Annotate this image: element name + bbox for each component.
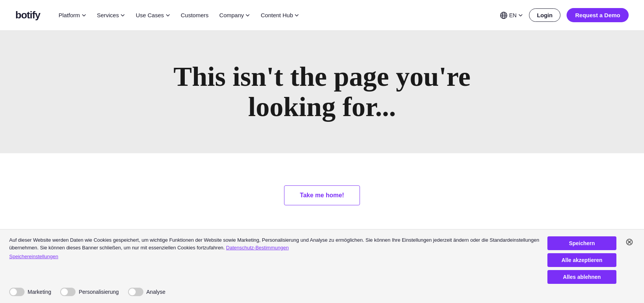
request-demo-button[interactable]: Request a Demo bbox=[567, 8, 629, 22]
header: botify Platform Services Use Cases bbox=[0, 0, 644, 31]
cookie-privacy-link[interactable]: Datenschutz-Bestimmungen bbox=[226, 245, 289, 251]
main-nav: Platform Services Use Cases Customers bbox=[54, 9, 304, 21]
marketing-toggle[interactable] bbox=[9, 288, 25, 296]
analyse-toggle-label: Analyse bbox=[146, 289, 166, 295]
login-button[interactable]: Login bbox=[529, 8, 561, 22]
cookie-accept-all-button[interactable]: Alle akzeptieren bbox=[547, 253, 616, 267]
cookie-banner: Auf dieser Website werden Daten wie Cook… bbox=[0, 229, 644, 303]
personalisierung-toggle[interactable] bbox=[60, 288, 76, 296]
cookie-description: Auf dieser Website werden Daten wie Cook… bbox=[9, 236, 540, 251]
nav-item-use-cases[interactable]: Use Cases bbox=[131, 9, 174, 21]
globe-icon bbox=[500, 11, 508, 19]
toggle-group-marketing: Marketing bbox=[9, 288, 51, 296]
cookie-text-block: Auf dieser Website werden Daten wie Cook… bbox=[9, 236, 540, 260]
personalisierung-toggle-label: Personalisierung bbox=[79, 289, 118, 295]
hero-title: This isn't the page you're looking for..… bbox=[169, 62, 475, 122]
take-me-home-button[interactable]: Take me home! bbox=[284, 185, 360, 205]
marketing-toggle-label: Marketing bbox=[28, 289, 51, 295]
header-right: EN Login Request a Demo bbox=[500, 8, 629, 22]
language-selector[interactable]: EN bbox=[500, 11, 522, 19]
cookie-toggles: Marketing Personalisierung Analyse bbox=[9, 288, 635, 296]
chevron-down-icon bbox=[82, 13, 86, 18]
close-icon: ⊗ bbox=[625, 237, 634, 247]
chevron-down-icon bbox=[294, 13, 299, 18]
main-content: Take me home! bbox=[0, 153, 644, 237]
nav-item-customers[interactable]: Customers bbox=[176, 9, 214, 21]
logo[interactable]: botify bbox=[15, 9, 40, 21]
toggle-group-analyse: Analyse bbox=[128, 288, 166, 296]
cookie-reject-all-button[interactable]: Alles ablehnen bbox=[547, 270, 616, 284]
header-left: botify Platform Services Use Cases bbox=[15, 9, 304, 21]
analyse-toggle[interactable] bbox=[128, 288, 143, 296]
toggle-group-personalisierung: Personalisierung bbox=[60, 288, 118, 296]
nav-item-services[interactable]: Services bbox=[92, 9, 130, 21]
chevron-down-icon bbox=[120, 13, 125, 18]
nav-item-content-hub[interactable]: Content Hub bbox=[256, 9, 304, 21]
chevron-down-icon bbox=[166, 13, 170, 18]
nav-item-platform[interactable]: Platform bbox=[54, 9, 91, 21]
hero-section: This isn't the page you're looking for..… bbox=[0, 31, 644, 153]
nav-item-company[interactable]: Company bbox=[215, 9, 255, 21]
cookie-settings-link[interactable]: Speichereinstellungen bbox=[9, 254, 58, 259]
chevron-down-icon bbox=[518, 13, 523, 18]
cookie-top-row: Auf dieser Website werden Daten wie Cook… bbox=[9, 236, 635, 284]
cookie-close-button[interactable]: ⊗ bbox=[624, 236, 635, 247]
chevron-down-icon bbox=[245, 13, 250, 18]
cookie-save-button[interactable]: Speichern bbox=[547, 236, 616, 250]
cookie-buttons: Speichern Alle akzeptieren Alles ablehne… bbox=[547, 236, 616, 284]
